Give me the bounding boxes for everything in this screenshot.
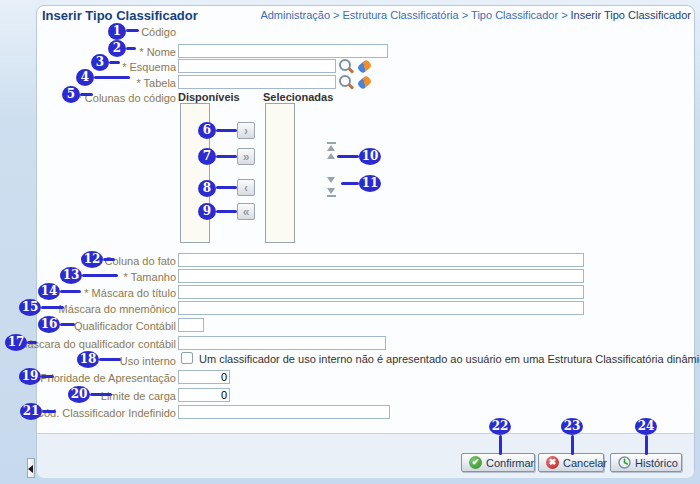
annotation-12: 12 (81, 251, 103, 268)
chevron-left-icon: ‹ (244, 181, 248, 195)
mascara-qualificador-input[interactable] (178, 336, 386, 350)
esquema-input[interactable] (178, 59, 336, 73)
move-all-left-button[interactable]: « (237, 203, 255, 220)
breadcrumb-separator: > (333, 9, 339, 21)
annotation-17: 17 (5, 334, 27, 351)
move-all-right-button[interactable]: » (237, 148, 255, 165)
annotation-14: 14 (38, 283, 60, 300)
double-chevron-left-icon: « (243, 205, 250, 219)
move-top-button[interactable] (327, 142, 337, 151)
move-up-button[interactable] (327, 153, 337, 159)
tamanho-input[interactable] (178, 269, 584, 283)
breadcrumb-administracao[interactable]: Administração (260, 9, 330, 21)
annotation-10: 10 (359, 148, 381, 165)
breadcrumb: Administração>Estrutura Classificatória>… (260, 9, 691, 21)
uso-interno-help-text: Um classificador de uso interno não é ap… (199, 353, 700, 365)
annotation-23: 23 (561, 418, 583, 435)
confirm-button-label: Confirmar (486, 457, 534, 469)
uso-interno-checkbox[interactable] (181, 352, 193, 364)
selected-listbox[interactable] (265, 103, 295, 243)
prioridade-input[interactable] (178, 370, 230, 384)
mascara-qualificador-label: Máscara do qualificador contábil (6, 338, 176, 350)
breadcrumb-separator: > (462, 9, 468, 21)
limite-label: Limite de carga (6, 390, 176, 402)
codigo-label: Código (6, 26, 176, 38)
mascara-titulo-input[interactable] (178, 285, 584, 299)
chevron-right-icon: › (244, 124, 248, 138)
breadcrumb-estrutura-classificatoria[interactable]: Estrutura Classificatória (343, 9, 459, 21)
confirm-button[interactable]: ✔ Confirmar (461, 453, 535, 472)
double-chevron-right-icon: » (243, 150, 250, 164)
coluna-fato-input[interactable] (178, 253, 584, 267)
annotation-2: 2 (108, 40, 126, 57)
esquema-search-icon[interactable] (339, 59, 354, 74)
move-bottom-icon (327, 188, 335, 194)
mascara-titulo-label: * Máscara do título (6, 287, 176, 299)
annotation-22: 22 (489, 418, 511, 435)
qualificador-input[interactable] (178, 318, 204, 332)
move-right-button[interactable]: › (237, 122, 255, 139)
annotation-1: 1 (108, 23, 126, 40)
annotation-5: 5 (62, 86, 80, 103)
annotation-4: 4 (76, 69, 94, 86)
breadcrumb-current: Inserir Tipo Classificador (571, 9, 691, 21)
cancel-button-label: Cancelar (563, 457, 607, 469)
tamanho-label: * Tamanho (6, 271, 176, 283)
tabela-input[interactable] (178, 75, 336, 89)
esquema-clear-icon[interactable] (357, 59, 372, 74)
nome-input[interactable] (178, 44, 388, 58)
move-top-icon (327, 142, 336, 144)
breadcrumb-separator: > (561, 9, 567, 21)
annotation-16: 16 (38, 316, 60, 333)
annotation-24: 24 (635, 418, 657, 435)
annotation-21: 21 (20, 403, 42, 420)
limite-input[interactable] (178, 388, 230, 402)
arrow-down-icon (327, 177, 335, 183)
clock-icon (618, 456, 631, 469)
check-icon: ✔ (469, 456, 482, 469)
annotation-6: 6 (198, 122, 216, 139)
annotation-3: 3 (91, 54, 109, 71)
history-button[interactable]: Histórico (610, 453, 682, 472)
page-title: Inserir Tipo Classificador (42, 8, 198, 23)
annotation-13: 13 (60, 267, 82, 284)
annotation-8: 8 (198, 180, 216, 197)
annotation-19: 19 (19, 368, 41, 385)
breadcrumb-tipo-classificador[interactable]: Tipo Classificador (471, 9, 558, 21)
move-bottom-button[interactable] (327, 188, 337, 197)
arrow-up-icon (327, 153, 335, 159)
history-button-label: Histórico (635, 457, 678, 469)
tabela-clear-icon[interactable] (357, 75, 372, 90)
selected-header: Selecionadas (263, 91, 333, 103)
annotation-18: 18 (77, 351, 99, 368)
move-left-button[interactable]: ‹ (237, 179, 255, 196)
cancel-button[interactable]: ✖ Cancelar (538, 453, 604, 472)
x-icon: ✖ (546, 456, 559, 469)
nome-label: * Nome (6, 46, 176, 58)
collapse-left-icon (28, 465, 33, 473)
annotation-7: 7 (198, 148, 216, 165)
move-down-button[interactable] (327, 177, 337, 183)
annotation-9: 9 (198, 203, 216, 220)
available-header: Disponíveis (178, 91, 240, 103)
annotation-20: 20 (68, 386, 90, 403)
cod-indefinido-input[interactable] (178, 405, 390, 419)
page: Inserir Tipo Classificador Administração… (0, 0, 700, 484)
tabela-search-icon[interactable] (339, 75, 354, 90)
sidebar-collapse-handle[interactable] (27, 458, 35, 478)
annotation-15: 15 (19, 299, 41, 316)
annotation-11: 11 (359, 175, 381, 192)
qualificador-label: Qualificador Contábil (6, 320, 176, 332)
mascara-mnemonico-input[interactable] (178, 301, 584, 315)
